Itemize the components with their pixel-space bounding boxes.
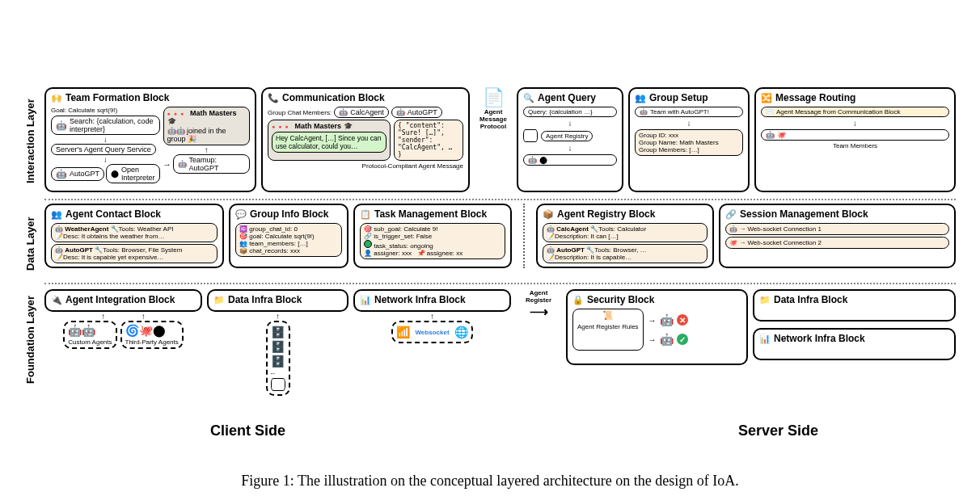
session-mgmt-title: 🔗Session Management Block bbox=[725, 208, 949, 220]
network-infra-title-client: 📊Network Infra Block bbox=[360, 294, 505, 305]
arrow-up-icon: ↑ bbox=[163, 145, 250, 154]
scroll-icon: 📜 bbox=[602, 310, 614, 321]
network-infra-block-server: 📊Network Infra Block bbox=[753, 328, 956, 360]
agent-integration-title: 🔌Agent Integration Block bbox=[51, 294, 196, 305]
circle-icon: ⬤ bbox=[111, 170, 119, 178]
data-infra-title-server: 📁Data Infra Block bbox=[759, 294, 949, 305]
agent-query-block: 🔍Agent Query Query: {calculation …} ↓ Ag… bbox=[517, 87, 623, 192]
members-label: Group Chat Members: bbox=[268, 109, 332, 116]
server-icon: 🗄️ bbox=[271, 340, 285, 353]
group-info-card-2: 🆔 group_chat_id: 0 🎯 goal: Calculate sqr… bbox=[235, 223, 342, 257]
incoming-msg-tag: ✉️ Agent Message from Communication Bloc… bbox=[761, 107, 949, 117]
task-mgmt-title: 📋Task Management Block bbox=[360, 208, 505, 220]
contact-row-2: 🤖 AutoGPT 🔧Tools: Browser, File System 📝… bbox=[51, 244, 218, 263]
registry-tag: Agent Registry bbox=[541, 131, 593, 141]
layer-label-foundation: Foundation Layer bbox=[24, 291, 36, 388]
message-routing-block: 🔀Message Routing ✉️ Agent Message from C… bbox=[754, 87, 956, 192]
layer-label-interaction: Interaction Layer bbox=[24, 89, 36, 194]
octopus-icon: 🐙 bbox=[139, 324, 153, 337]
chat-window: Math Masters 🎓 🤖🤖 joined in the group 🎉 bbox=[163, 107, 250, 145]
protocol-column: 📄 Agent Message Protocol bbox=[475, 87, 512, 192]
chat-icon: 💬 bbox=[235, 209, 247, 220]
agent-query-title: 🔍Agent Query bbox=[523, 92, 617, 103]
communication-title: 📞 Communication Block bbox=[268, 92, 463, 103]
team-request-tag: 🤖 Team with AutoGPT! bbox=[635, 107, 743, 117]
handshake-icon: 🙌 bbox=[51, 93, 62, 103]
search-icon: 🔍 bbox=[523, 93, 534, 103]
result-agents-tag: 🤖 ⬤ bbox=[523, 154, 617, 166]
route-icon: 🔀 bbox=[761, 93, 772, 103]
server-side-label: Server Side bbox=[738, 422, 818, 439]
registry-row-1: 🤖 CalcAgent 🔧Tools: Calculator 📝Descript… bbox=[543, 223, 708, 242]
query-tag: Query: {calculation …} bbox=[523, 107, 617, 117]
agent-integration-block: 🔌Agent Integration Block bbox=[44, 289, 202, 312]
robot-icon: 🤖 bbox=[56, 169, 67, 179]
window-dots-icon bbox=[167, 109, 188, 117]
layer-label-data: Data Layer bbox=[24, 208, 36, 280]
agent-register-arrow: Agent Register ⟶ bbox=[516, 289, 561, 396]
websocket-label: Websocket bbox=[415, 329, 449, 336]
network-infra-block-client: 📊Network Infra Block bbox=[353, 289, 511, 312]
group-info-card: Group ID: xxx Group Name: Math Masters G… bbox=[635, 129, 743, 156]
member-calcagent: 🤖CalcAgent bbox=[334, 107, 389, 118]
team-members-label: Team Members bbox=[761, 142, 949, 149]
chat-window-2: Math Masters 🎓 Hey CalcAgent, […] Since … bbox=[268, 120, 391, 161]
server-icon: 🗄️ bbox=[271, 326, 285, 338]
openai-icon: 🌀 bbox=[125, 324, 139, 337]
security-block: 🔒Security Block 📜 Agent Register Rules →… bbox=[566, 289, 748, 365]
figure-caption: Figure 1: The illustration on the concep… bbox=[0, 473, 980, 490]
registry-row-2: 🤖 AutoGPT 🔧Tools: Browser, … 📝Descriptio… bbox=[543, 244, 708, 263]
lock-icon: 🔒 bbox=[572, 295, 584, 305]
message-routing-title: 🔀Message Routing bbox=[761, 92, 949, 103]
group-setup-block: 👥Group Setup 🤖 Team with AutoGPT! ↓ Grou… bbox=[628, 87, 750, 192]
network-infra-title-server: 📊Network Infra Block bbox=[759, 333, 949, 344]
wifi-icon: 📶 bbox=[396, 326, 410, 338]
document-icon: 📄 bbox=[475, 87, 512, 108]
communication-block: 📞 Communication Block Group Chat Members… bbox=[261, 87, 470, 192]
json-message: { "content": "Sure! […]", "sender": "Cal… bbox=[394, 120, 463, 161]
data-infra-block-client: 📁Data Infra Block bbox=[207, 289, 348, 312]
protocol-footer: Protocol-Compliant Agent Message bbox=[268, 162, 463, 170]
conn-2: 🐙 → Web-socket Connection 2 bbox=[725, 237, 949, 249]
session-mgmt-block: 🔗Session Management Block 🤖 → Web-socket… bbox=[719, 204, 956, 268]
vsep-data bbox=[523, 204, 525, 268]
task-card: 🎯 sub_goal: Calculate 9! 🔗 is_trigger_se… bbox=[360, 223, 505, 259]
conn-1: 🤖 → Web-socket Connection 1 bbox=[725, 223, 949, 235]
contact-row-1: 🤖 WeatherAgent 🔧Tools: Weather API 📝Desc… bbox=[51, 223, 218, 242]
link-icon: 🔗 bbox=[725, 209, 737, 220]
arrow-down-icon: ↓ bbox=[51, 135, 160, 144]
chat-bubble: Hey CalcAgent, […] Since you can use cal… bbox=[272, 132, 387, 153]
reject-icon: ✕ bbox=[677, 314, 688, 326]
hsep-1 bbox=[44, 199, 956, 200]
network-box: 📶 Websocket 🌐 bbox=[391, 321, 472, 343]
team-formation-title: 🙌 Team Formation Block bbox=[51, 92, 250, 103]
teamup-tag: 🤖 Teamup: AutoGPT bbox=[173, 154, 250, 174]
server-icon: 🗄️ bbox=[271, 355, 285, 368]
robot-icon: 🤖 bbox=[82, 324, 95, 337]
plug-icon: 🔌 bbox=[51, 295, 62, 305]
arrow-down-icon: ↓ bbox=[51, 155, 160, 164]
clipboard-icon: 📋 bbox=[360, 209, 371, 220]
group-info-block: 💬Group Info Block 🆔 group_chat_id: 0 🎯 g… bbox=[229, 204, 348, 268]
group-info-title: 💬Group Info Block bbox=[235, 208, 342, 220]
third-party-box: 🌀🐙⬤ Third-Party Agents bbox=[120, 321, 184, 349]
servers-box: 🗄️ 🗄️ 🗄️ -- bbox=[266, 321, 290, 396]
goal-text: Goal: Calculate sqrt(9!) bbox=[51, 107, 160, 114]
security-title: 🔒Security Block bbox=[572, 294, 741, 305]
group-setup-title: 👥Group Setup bbox=[635, 92, 743, 103]
folder-icon: 📁 bbox=[759, 295, 771, 305]
data-infra-block-server: 📁Data Infra Block bbox=[753, 289, 956, 322]
client-side-label: Client Side bbox=[210, 422, 285, 439]
hsep-2 bbox=[44, 283, 956, 284]
team-formation-block: 🙌 Team Formation Block Goal: Calculate s… bbox=[44, 87, 256, 192]
agent-registry-block: 📦Agent Registry Block 🤖 CalcAgent 🔧Tools… bbox=[536, 204, 714, 268]
robot-icon: 🤖 bbox=[660, 333, 674, 346]
robot-icon: 🤖 bbox=[56, 120, 67, 131]
robot-icon: 🤖 bbox=[660, 313, 674, 326]
agent-contact-block: 👥Agent Contact Block 🤖 WeatherAgent 🔧Too… bbox=[44, 204, 224, 268]
database-icon bbox=[523, 129, 538, 142]
register-rules-tag: 📜 Agent Register Rules bbox=[572, 309, 644, 351]
chart-icon: 📊 bbox=[759, 334, 771, 344]
team-members-tag: 🤖 🐙 bbox=[761, 129, 949, 141]
circle-icon: ⬤ bbox=[153, 324, 166, 337]
